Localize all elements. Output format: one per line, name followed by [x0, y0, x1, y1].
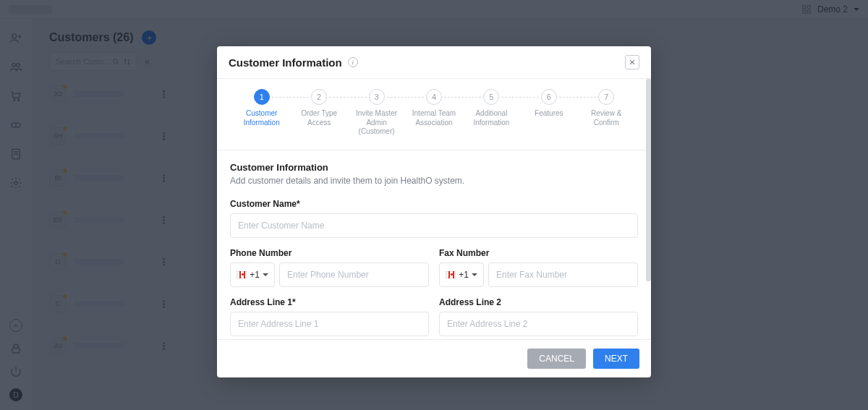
- fax-input[interactable]: [488, 262, 638, 287]
- canada-flag-icon: [446, 271, 456, 278]
- close-icon: [629, 59, 636, 66]
- phone-input[interactable]: [279, 262, 429, 287]
- step-review-confirm[interactable]: 7Review & Confirm: [578, 89, 635, 137]
- wizard-stepper: 1Customer Information 2Order Type Access…: [217, 79, 651, 150]
- chevron-down-icon: [472, 273, 477, 276]
- customer-info-modal: Customer Information i 1Customer Informa…: [217, 46, 651, 377]
- next-button[interactable]: NEXT: [593, 349, 639, 369]
- modal-header: Customer Information i: [217, 46, 651, 79]
- label-address-2: Address Line 2: [439, 297, 638, 307]
- step-features[interactable]: 6Features: [520, 89, 577, 137]
- close-button[interactable]: [625, 55, 639, 69]
- label-customer-name: Customer Name*: [230, 199, 638, 209]
- step-invite-master-admin[interactable]: 3Invite Master Admin (Customer): [348, 89, 405, 137]
- modal-footer: CANCEL NEXT: [217, 339, 651, 377]
- address-line-1-input[interactable]: [230, 312, 429, 336]
- step-internal-team[interactable]: 4Internal Team Association: [405, 89, 462, 137]
- modal-title: Customer Information: [229, 56, 342, 69]
- chevron-down-icon: [263, 273, 268, 276]
- canada-flag-icon: [237, 271, 247, 278]
- phone-country-code-select[interactable]: +1: [230, 262, 275, 287]
- step-customer-information[interactable]: 1Customer Information: [233, 89, 290, 137]
- modal-scroll-area[interactable]: 1Customer Information 2Order Type Access…: [217, 79, 651, 339]
- fax-country-code-select[interactable]: +1: [439, 262, 484, 287]
- step-additional-information[interactable]: 5Additional Information: [463, 89, 520, 137]
- cancel-button[interactable]: CANCEL: [527, 349, 586, 369]
- section-title: Customer Information: [230, 162, 638, 173]
- phone-country-code: +1: [250, 270, 260, 280]
- fax-country-code: +1: [459, 270, 469, 280]
- step-order-type-access[interactable]: 2Order Type Access: [290, 89, 347, 137]
- label-address-1: Address Line 1*: [230, 297, 429, 307]
- section-subtitle: Add customer details and invite them to …: [230, 176, 638, 186]
- customer-name-input[interactable]: [230, 213, 638, 238]
- address-line-2-input[interactable]: [439, 312, 638, 336]
- info-icon[interactable]: i: [348, 57, 358, 67]
- label-phone: Phone Number: [230, 248, 429, 258]
- form-body: Customer Information Add customer detail…: [217, 150, 651, 340]
- label-fax: Fax Number: [439, 248, 638, 258]
